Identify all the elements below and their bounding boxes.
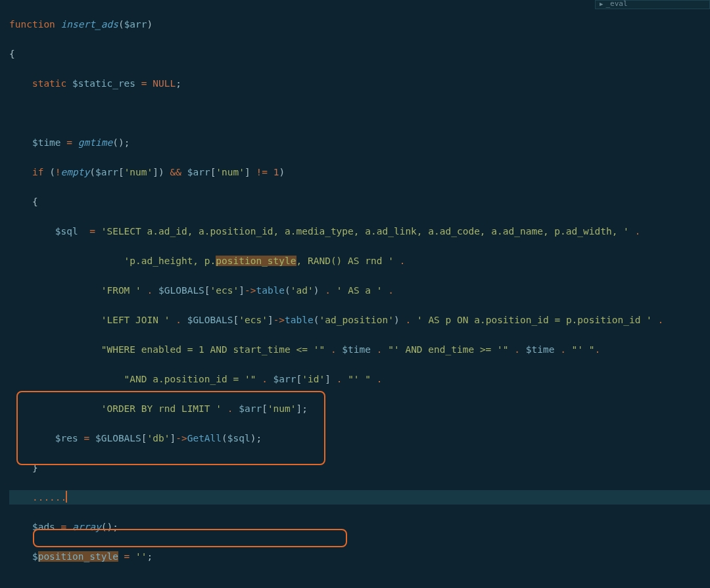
- code-editor[interactable]: function insert_ads($arr) { static $stat…: [0, 0, 710, 588]
- debug-panel[interactable]: ▶_eval: [595, 0, 710, 9]
- text-cursor: [66, 491, 67, 503]
- function-name: insert_ads: [61, 19, 118, 30]
- chevron-right-icon: ▶: [600, 1, 603, 7]
- keyword: function: [9, 19, 55, 30]
- panel-label: _eval: [605, 0, 627, 8]
- cursor-line: ......: [9, 490, 710, 505]
